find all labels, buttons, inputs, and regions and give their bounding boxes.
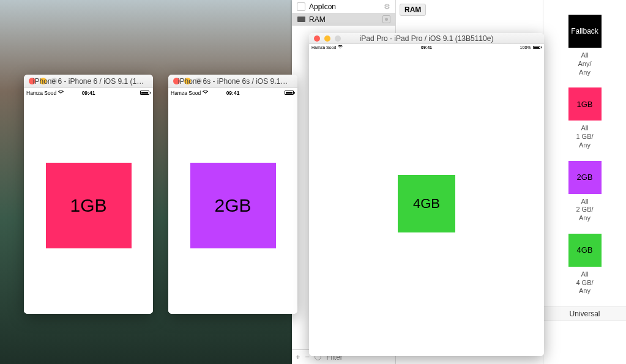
- traffic-lights: [314, 35, 341, 42]
- zoom-icon[interactable]: [51, 78, 58, 84]
- status-time: 09:41: [309, 45, 544, 50]
- swatch-1gb[interactable]: 1GB: [568, 87, 602, 121]
- imageset-icon: [297, 15, 305, 24]
- status-bar: Hamza Sood 09:41: [168, 88, 297, 97]
- minimize-icon[interactable]: [324, 35, 330, 42]
- close-icon[interactable]: [314, 35, 320, 42]
- swatch-fallback[interactable]: Fallback: [568, 15, 602, 48]
- sim-content: 2GB: [168, 97, 297, 314]
- close-icon[interactable]: [29, 78, 35, 84]
- sim-titlebar[interactable]: iPhone 6s - iPhone 6s / iOS 9.1…: [168, 75, 297, 88]
- appicon-icon: [297, 2, 305, 11]
- status-bar: Hamza Sood 09:41 100%: [309, 44, 544, 51]
- status-time: 09:41: [168, 90, 297, 96]
- sim-content: 1GB: [24, 97, 153, 314]
- swatch-2gb[interactable]: 2GB: [568, 161, 602, 194]
- ram-square-1gb: 1GB: [46, 163, 132, 248]
- status-bar: Hamza Sood 09:41: [24, 88, 153, 97]
- battery-icon: [285, 91, 296, 95]
- zoom-icon[interactable]: [195, 78, 202, 84]
- sim-title: iPad Pro - iPad Pro / iOS 9.1 (13B5110e): [309, 34, 544, 43]
- close-icon[interactable]: [173, 78, 180, 84]
- minimize-icon[interactable]: [184, 78, 191, 84]
- zoom-icon[interactable]: [335, 35, 341, 42]
- swatch-1gb-label: All 1 GB/ Any: [576, 124, 593, 149]
- swatch-fallback-label: All Any/ Any: [578, 51, 591, 76]
- traffic-lights: [173, 78, 202, 84]
- simulator-iphone6s[interactable]: iPhone 6s - iPhone 6s / iOS 9.1… Hamza S…: [168, 75, 297, 314]
- asset-row-label: RAM: [309, 15, 326, 24]
- universal-row[interactable]: Universal: [543, 306, 626, 321]
- asset-row-appicon[interactable]: AppIcon ⚙: [292, 0, 395, 13]
- simulator-ipadpro[interactable]: iPad Pro - iPad Pro / iOS 9.1 (13B5110e)…: [309, 33, 544, 356]
- battery-icon: [140, 91, 151, 95]
- swatch-4gb[interactable]: 4GB: [568, 234, 602, 267]
- edge-icon: [382, 15, 390, 23]
- simulator-iphone6[interactable]: iPhone 6 - iPhone 6 / iOS 9.1 (1… Hamza …: [24, 75, 153, 314]
- sim-titlebar[interactable]: iPad Pro - iPad Pro / iOS 9.1 (13B5110e): [309, 33, 544, 44]
- ram-square-4gb: 4GB: [398, 175, 455, 232]
- asset-inspector: Fallback All Any/ Any 1GB All 1 GB/ Any …: [543, 0, 626, 364]
- status-time: 09:41: [24, 90, 153, 96]
- swatch-2gb-label: All 2 GB/ Any: [576, 198, 593, 223]
- ram-square-2gb: 2GB: [190, 163, 276, 248]
- asset-title-tag: RAM: [400, 4, 426, 16]
- add-button[interactable]: +: [296, 352, 300, 362]
- swatch-4gb-label: All 4 GB/ Any: [576, 270, 593, 295]
- gear-icon[interactable]: ⚙: [384, 2, 390, 11]
- minimize-icon[interactable]: [40, 78, 47, 84]
- asset-row-ram[interactable]: RAM: [292, 13, 395, 26]
- desktop: AppIcon ⚙ RAM + − Filter RAM F: [0, 0, 626, 364]
- sim-titlebar[interactable]: iPhone 6 - iPhone 6 / iOS 9.1 (1…: [24, 75, 153, 88]
- sim-content: 4GB: [309, 51, 544, 356]
- asset-row-label: AppIcon: [309, 2, 336, 11]
- traffic-lights: [29, 78, 58, 84]
